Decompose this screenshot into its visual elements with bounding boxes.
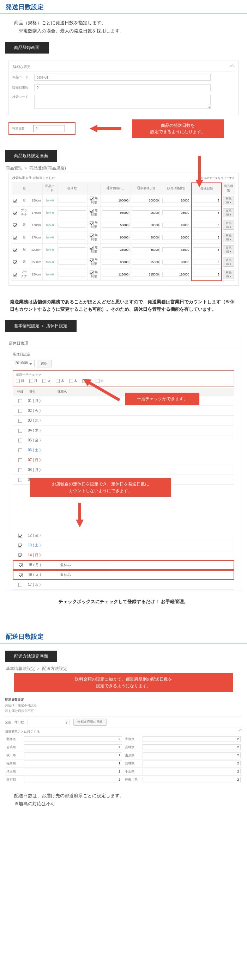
pref-days-input[interactable] xyxy=(24,752,122,758)
unlimited-checkbox[interactable]: 無制限 xyxy=(90,245,97,253)
row-checkbox[interactable] xyxy=(13,235,17,240)
row-checkbox[interactable] xyxy=(13,260,17,264)
input-keyword[interactable] xyxy=(34,95,211,109)
holiday-checkbox[interactable] xyxy=(18,458,22,462)
type-button[interactable]: 商品種 ▾ xyxy=(223,221,234,230)
price-input[interactable] xyxy=(102,198,130,203)
pref-days-input[interactable] xyxy=(24,760,122,766)
price-input[interactable] xyxy=(102,235,130,240)
type-button[interactable]: 商品種 ▾ xyxy=(223,270,234,279)
pref-days-input[interactable] xyxy=(24,768,122,774)
unlimited-checkbox[interactable]: 無制限 xyxy=(90,221,97,229)
weekday-checkbox[interactable]: 日 xyxy=(16,379,24,383)
price-input[interactable] xyxy=(132,223,160,228)
weekday-checkbox[interactable]: 月 xyxy=(29,379,38,383)
row-checkbox[interactable] xyxy=(13,199,17,202)
input-sales-limit[interactable] xyxy=(34,84,211,91)
stock-input[interactable] xyxy=(59,235,86,240)
price-input[interactable] xyxy=(132,210,160,215)
apply-all-pref-button[interactable]: 全都道府県に反映 xyxy=(74,719,107,725)
price-input[interactable] xyxy=(102,272,130,277)
holiday-checkbox[interactable] xyxy=(18,534,22,538)
pref-days-input[interactable] xyxy=(143,777,241,783)
input-shipping-days[interactable] xyxy=(33,125,65,132)
holiday-checkbox[interactable] xyxy=(18,554,22,557)
spec-copy-note[interactable]: 1行目のデータをコピーする xyxy=(199,176,235,180)
stock-input[interactable] xyxy=(59,259,86,264)
holiday-name-input[interactable] xyxy=(58,562,107,568)
weekday-checkbox[interactable]: 木 xyxy=(69,379,78,383)
input-nationwide-days[interactable] xyxy=(27,719,70,725)
price-input[interactable] xyxy=(132,198,160,203)
price-input[interactable] xyxy=(162,223,190,228)
price-input[interactable] xyxy=(132,259,160,264)
price-input[interactable] xyxy=(102,223,130,228)
price-input[interactable] xyxy=(102,247,130,252)
holiday-checkbox[interactable] xyxy=(19,563,22,567)
unlimited-checkbox[interactable]: 無制限 xyxy=(90,196,97,204)
type-button[interactable]: 商品種 ▾ xyxy=(223,208,234,217)
month-apply-button[interactable]: 選択 xyxy=(37,360,51,368)
type-button[interactable]: 商品種 ▾ xyxy=(223,196,234,205)
holiday-name-input[interactable] xyxy=(58,572,107,578)
unlimited-checkbox[interactable]: 無制限 xyxy=(90,233,97,241)
row-checkbox[interactable] xyxy=(13,211,17,215)
unlimited-checkbox[interactable]: 無制限 xyxy=(90,208,97,216)
holiday-checkbox[interactable] xyxy=(18,544,22,547)
stock-input[interactable] xyxy=(59,223,86,228)
days-input[interactable] xyxy=(193,223,220,228)
chevron-up-icon[interactable] xyxy=(230,64,235,69)
days-input[interactable] xyxy=(193,198,220,203)
pref-days-input[interactable] xyxy=(143,752,241,758)
pref-days-input[interactable] xyxy=(24,736,122,742)
stock-input[interactable] xyxy=(59,272,86,277)
price-input[interactable] xyxy=(162,235,190,240)
holiday-checkbox[interactable] xyxy=(18,429,22,433)
holiday-checkbox[interactable] xyxy=(18,449,22,452)
pref-days-input[interactable] xyxy=(24,777,122,783)
holiday-checkbox[interactable] xyxy=(19,573,22,577)
holiday-checkbox[interactable] xyxy=(18,583,22,587)
price-input[interactable] xyxy=(132,272,160,277)
stock-input[interactable] xyxy=(59,247,86,252)
price-input[interactable] xyxy=(162,272,190,277)
weekday-checkbox[interactable]: 火 xyxy=(42,379,51,383)
holiday-checkbox[interactable] xyxy=(18,409,22,413)
pref-days-input[interactable] xyxy=(143,736,241,742)
price-input[interactable] xyxy=(162,210,190,215)
price-input[interactable] xyxy=(162,259,190,264)
input-product-code[interactable] xyxy=(34,74,211,81)
type-button[interactable]: 商品種 ▾ xyxy=(223,233,234,242)
row-checkbox[interactable] xyxy=(13,273,17,277)
pref-days-input[interactable] xyxy=(143,760,241,766)
pref-days-input[interactable] xyxy=(143,745,241,750)
price-input[interactable] xyxy=(162,247,190,252)
days-input[interactable] xyxy=(193,272,220,277)
holiday-checkbox[interactable] xyxy=(18,399,22,403)
price-input[interactable] xyxy=(162,198,190,203)
holiday-checkbox[interactable] xyxy=(18,419,22,423)
price-input[interactable] xyxy=(132,247,160,252)
days-input[interactable] xyxy=(193,235,220,240)
pref-days-input[interactable] xyxy=(24,745,122,750)
days-input[interactable] xyxy=(193,210,220,215)
unlimited-checkbox[interactable]: 無制限 xyxy=(90,270,97,278)
type-button[interactable]: 商品種 ▾ xyxy=(223,245,234,255)
price-input[interactable] xyxy=(102,259,130,264)
chevron-up-icon[interactable] xyxy=(239,729,242,733)
holiday-checkbox[interactable] xyxy=(18,468,22,472)
row-checkbox[interactable] xyxy=(13,223,17,227)
weekday-checkbox[interactable]: 水 xyxy=(56,379,64,383)
holiday-checkbox[interactable] xyxy=(18,439,22,442)
stock-input[interactable] xyxy=(59,198,86,203)
month-select[interactable]: 2016/08 xyxy=(13,360,35,367)
price-input[interactable] xyxy=(102,210,130,215)
row-checkbox[interactable] xyxy=(13,248,17,252)
days-input[interactable] xyxy=(193,247,220,252)
price-input[interactable] xyxy=(132,235,160,240)
stock-input[interactable] xyxy=(59,210,86,215)
unlimited-checkbox[interactable]: 無制限 xyxy=(90,258,97,266)
days-input[interactable] xyxy=(193,259,220,264)
type-button[interactable]: 商品種 ▾ xyxy=(223,258,234,267)
pref-days-input[interactable] xyxy=(143,768,241,774)
